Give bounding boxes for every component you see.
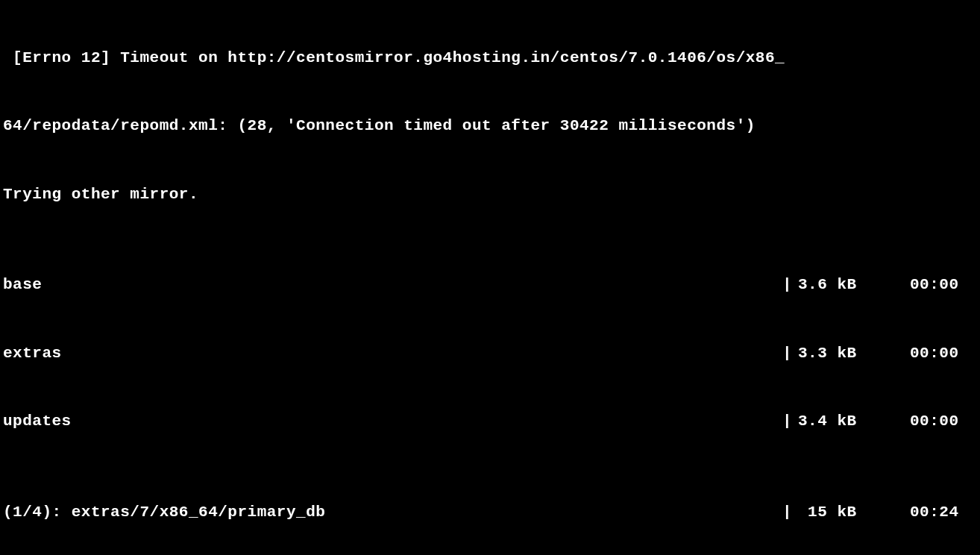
download-name: (1/4): extras/7/x86_64/primary_db [3, 501, 325, 524]
separator: | [42, 274, 798, 296]
error-line-2: 64/repodata/repomd.xml: (28, 'Connection… [3, 115, 977, 137]
repo-size: 3.6 kB [798, 274, 880, 296]
terminal-output[interactable]: [Errno 12] Timeout on http://centosmirro… [3, 1, 977, 555]
repo-name: extras [3, 342, 62, 365]
repo-row: updates | 3.4 kB 00:00 [3, 410, 977, 433]
repo-size: 3.3 kB [798, 342, 880, 365]
separator: | [62, 342, 798, 365]
repo-time: 00:00 [880, 410, 977, 433]
download-size: 15 kB [798, 501, 880, 524]
repo-row: base | 3.6 kB 00:00 [3, 274, 977, 296]
repo-time: 00:00 [880, 342, 977, 365]
repo-row: extras | 3.3 kB 00:00 [3, 342, 977, 365]
download-row: (1/4): extras/7/x86_64/primary_db | 15 k… [3, 501, 977, 524]
separator: | [325, 501, 798, 524]
repo-name: base [3, 274, 42, 296]
error-line-1: [Errno 12] Timeout on http://centosmirro… [3, 47, 977, 69]
repo-name: updates [3, 410, 72, 433]
separator: | [72, 410, 798, 433]
repo-size: 3.4 kB [798, 410, 880, 433]
download-time: 00:24 [880, 501, 977, 524]
repo-time: 00:00 [880, 274, 977, 296]
trying-mirror: Trying other mirror. [3, 184, 977, 206]
